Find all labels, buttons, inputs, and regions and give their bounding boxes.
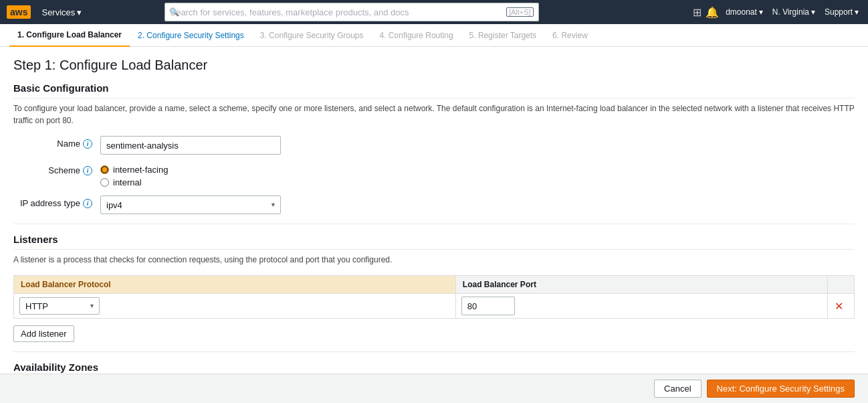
name-input[interactable] <box>100 136 281 155</box>
ip-address-select-wrapper: ipv4 dualstack <box>100 195 281 214</box>
ip-address-control: ipv4 dualstack <box>100 195 855 214</box>
name-info-icon[interactable]: i <box>83 139 92 149</box>
grid-icon[interactable]: ⊞ <box>693 6 701 19</box>
listener-remove-cell: ✕ <box>828 294 855 319</box>
add-listener-button[interactable]: Add listener <box>13 325 74 342</box>
support-label: Support <box>825 7 853 17</box>
main-content: Step 1: Configure Load Balancer Basic Co… <box>0 47 868 403</box>
name-input-wrapper <box>100 136 855 155</box>
wizard-step-6[interactable]: 6. Review <box>544 24 596 47</box>
listeners-desc: A listener is a process that checks for … <box>13 254 855 266</box>
scheme-internal[interactable]: internal <box>100 177 855 187</box>
content-scroll-area: Step 1: Configure Load Balancer Basic Co… <box>13 58 855 384</box>
listener-protocol-cell: HTTP HTTPS <box>14 294 456 319</box>
aws-logo[interactable]: aws <box>7 5 31 19</box>
region-menu[interactable]: N. Virginia ▾ <box>770 7 818 17</box>
nav-right-section: ⊞ 🔔 dmoonat ▾ N. Virginia ▾ Support ▾ <box>693 6 861 19</box>
name-field-row: Name i <box>13 136 855 155</box>
support-menu[interactable]: Support ▾ <box>822 7 861 17</box>
name-label: Name i <box>13 136 100 149</box>
user-menu[interactable]: dmoonat ▾ <box>723 7 766 17</box>
user-chevron-icon: ▾ <box>759 7 763 17</box>
next-button[interactable]: Next: Configure Security Settings <box>707 380 855 398</box>
wizard-step-4[interactable]: 4. Configure Routing <box>372 24 461 47</box>
scheme-internet-radio[interactable] <box>100 165 109 174</box>
wizard-steps-bar: 1. Configure Load Balancer 2. Configure … <box>0 24 868 47</box>
listener-port-cell <box>455 294 827 319</box>
scheme-label: Scheme i <box>13 163 100 175</box>
search-shortcut: [Alt+S] <box>506 7 534 17</box>
search-icon: 🔍 <box>169 7 179 17</box>
divider-listeners <box>13 224 855 224</box>
cancel-button[interactable]: Cancel <box>654 380 701 398</box>
remove-listener-button[interactable]: ✕ <box>833 299 845 314</box>
listeners-col-protocol: Load Balancer Protocol <box>14 276 456 294</box>
services-label: Services <box>41 7 75 17</box>
username: dmoonat <box>726 7 757 17</box>
protocol-select[interactable]: HTTP HTTPS <box>19 297 100 315</box>
protocol-select-wrapper: HTTP HTTPS <box>19 297 100 315</box>
listeners-col-port: Load Balancer Port <box>455 276 827 294</box>
wizard-step-5[interactable]: 5. Register Targets <box>461 24 545 47</box>
search-bar: 🔍 [Alt+S] <box>165 3 539 21</box>
scheme-info-icon[interactable]: i <box>83 166 92 175</box>
scheme-control: internet-facing internal <box>100 163 855 187</box>
top-navigation: aws Services ▾ 🔍 [Alt+S] ⊞ 🔔 dmoonat ▾ N… <box>0 0 868 24</box>
page-title: Step 1: Configure Load Balancer <box>13 58 855 73</box>
bottom-action-bar: Cancel Next: Configure Security Settings <box>0 374 868 403</box>
support-chevron-icon: ▾ <box>855 7 859 17</box>
wizard-step-2[interactable]: 2. Configure Security Settings <box>130 24 252 47</box>
ip-address-label: IP address type i <box>13 195 100 208</box>
basic-config-title: Basic Configuration <box>13 82 855 98</box>
listener-row-1: HTTP HTTPS ✕ <box>14 294 855 319</box>
listeners-title: Listeners <box>13 234 855 250</box>
region-chevron-icon: ▾ <box>811 7 815 17</box>
wizard-step-3[interactable]: 3. Configure Security Groups <box>252 24 372 47</box>
divider-az <box>13 351 855 352</box>
services-menu[interactable]: Services ▾ <box>36 7 87 17</box>
listeners-table: Load Balancer Protocol Load Balancer Por… <box>13 275 855 319</box>
ip-address-select[interactable]: ipv4 dualstack <box>100 195 281 214</box>
wizard-step-1[interactable]: 1. Configure Load Balancer <box>9 24 130 47</box>
bell-icon[interactable]: 🔔 <box>706 6 719 19</box>
ip-address-info-icon[interactable]: i <box>83 199 92 208</box>
search-input[interactable] <box>165 3 539 21</box>
basic-config-desc: To configure your load balancer, provide… <box>13 102 855 127</box>
ip-address-field-row: IP address type i ipv4 dualstack <box>13 195 855 214</box>
aws-logo-text: aws <box>7 5 31 19</box>
services-chevron-icon: ▾ <box>77 7 82 17</box>
port-input[interactable] <box>461 297 515 315</box>
scheme-internet-facing[interactable]: internet-facing <box>100 165 855 175</box>
scheme-radio-group: internet-facing internal <box>100 163 855 187</box>
region-name: N. Virginia <box>772 7 809 17</box>
scheme-internal-radio[interactable] <box>100 178 109 187</box>
scheme-field-row: Scheme i internet-facing internal <box>13 163 855 187</box>
